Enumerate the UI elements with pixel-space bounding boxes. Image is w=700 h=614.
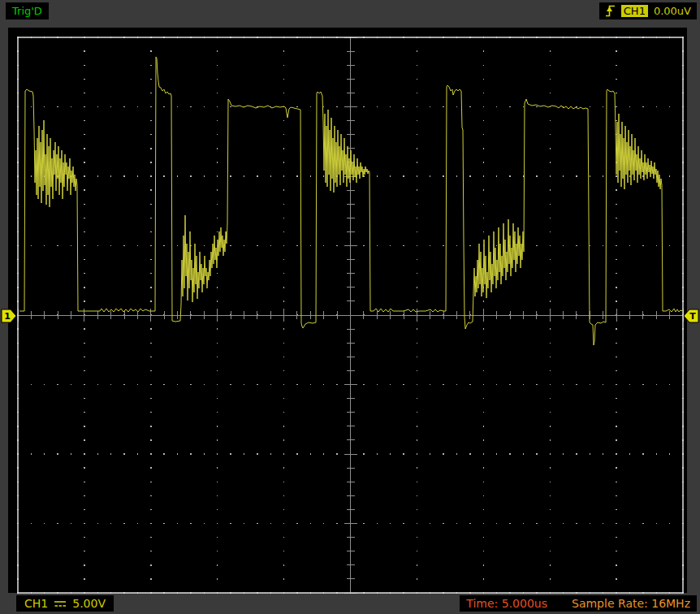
- waveform-trace: [19, 57, 683, 345]
- center-axes: [18, 37, 683, 593]
- trigger-level-marker[interactable]: T: [684, 309, 698, 322]
- oscilloscope-window: 1T Trig'D CH1 0.00uV CH1 5.00V Time: 5.0…: [0, 0, 700, 614]
- svg-text:T: T: [689, 311, 696, 322]
- svg-text:1: 1: [4, 311, 11, 322]
- channel1-ground-marker[interactable]: 1: [2, 309, 16, 322]
- scope-canvas: 1T: [0, 0, 700, 614]
